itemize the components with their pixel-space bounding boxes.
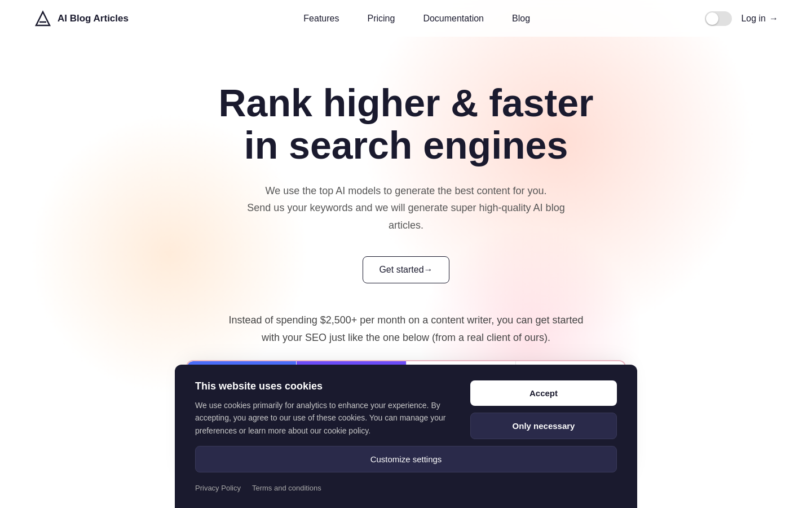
customize-button[interactable]: Customize settings: [195, 446, 617, 472]
nav-pricing[interactable]: Pricing: [367, 14, 395, 23]
get-started-label: Get started→: [379, 265, 433, 275]
cookie-footer-links: Privacy Policy Terms and conditions: [195, 484, 617, 492]
hero-subtitle-line1: We use the top AI models to generate the…: [266, 185, 547, 196]
cookie-description: We use cookies primarily for analytics t…: [195, 399, 448, 437]
nav-blog[interactable]: Blog: [512, 14, 530, 23]
cookie-text-section: This website uses cookies We use cookies…: [195, 380, 448, 437]
theme-toggle[interactable]: [705, 11, 732, 26]
toggle-knob: [706, 12, 718, 25]
hero-title: Rank higher & faster in search engines: [209, 82, 603, 167]
nav-links: Features Pricing Documentation Blog: [303, 14, 530, 24]
nav-features[interactable]: Features: [303, 14, 339, 23]
section-description: Instead of spending $2,500+ per month on…: [0, 312, 812, 346]
login-button[interactable]: Log in →: [741, 14, 778, 24]
privacy-policy-link[interactable]: Privacy Policy: [195, 484, 241, 492]
only-necessary-button[interactable]: Only necessary: [470, 413, 617, 439]
navbar: AI Blog Articles Features Pricing Docume…: [0, 0, 812, 37]
cookie-banner: This website uses cookies We use cookies…: [175, 365, 637, 508]
accept-button[interactable]: Accept: [470, 380, 617, 406]
get-started-button[interactable]: Get started→: [363, 256, 449, 283]
nav-right: Log in →: [705, 11, 778, 26]
logo[interactable]: AI Blog Articles: [34, 10, 129, 28]
hero-subtitle: We use the top AI models to generate the…: [237, 182, 575, 234]
logo-text: AI Blog Articles: [58, 13, 129, 24]
logo-icon: [34, 10, 52, 28]
hero-section: Rank higher & faster in search engines W…: [0, 37, 812, 283]
svg-marker-0: [36, 12, 50, 25]
login-label: Log in: [741, 14, 766, 24]
cookie-buttons: Accept Only necessary: [470, 380, 617, 439]
cookie-top: This website uses cookies We use cookies…: [195, 380, 617, 439]
section-text-line2: with your SEO just like the one below (f…: [0, 329, 812, 347]
terms-link[interactable]: Terms and conditions: [252, 484, 321, 492]
hero-subtitle-line2: Send us your keywords and we will genera…: [247, 202, 564, 231]
section-text-line1: Instead of spending $2,500+ per month on…: [0, 312, 812, 329]
cookie-title: This website uses cookies: [195, 380, 448, 392]
login-arrow-icon: →: [769, 14, 778, 24]
nav-documentation[interactable]: Documentation: [423, 14, 484, 23]
